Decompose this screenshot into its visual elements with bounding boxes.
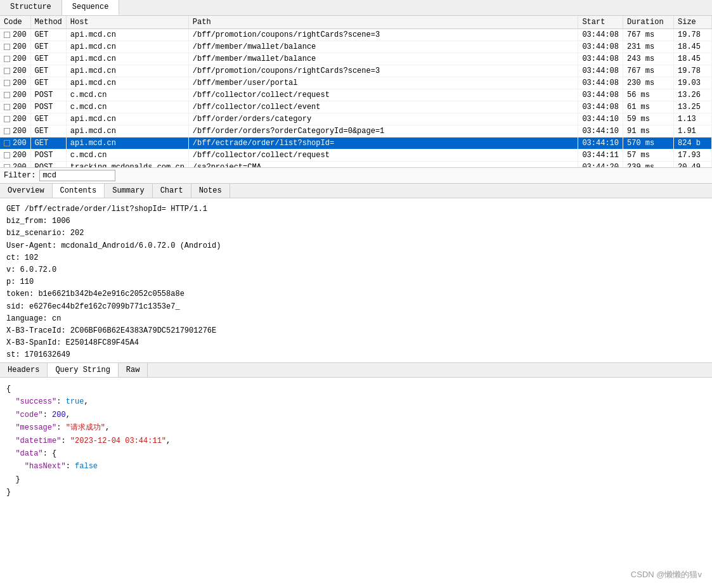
tab-structure[interactable]: Structure <box>0 0 62 15</box>
json-line-success: "success": true, <box>6 395 706 408</box>
table-row[interactable]: 200GETapi.mcd.cn/bff/promotion/coupons/r… <box>0 29 712 41</box>
network-table-container[interactable]: Code Method Host Path Start Duration Siz… <box>0 16 712 168</box>
table-row[interactable]: 200POSTc.mcd.cn/bff/collector/collect/ev… <box>0 101 712 113</box>
detail-panel: Overview Contents Summary Chart Notes GE… <box>0 184 712 583</box>
header-start: Start <box>578 16 623 29</box>
request-details: GET /bff/ectrade/order/list?shopId= HTTP… <box>0 198 712 363</box>
req-line-12: X-B3-SpanId: E250148FC89F45A4 <box>6 337 706 349</box>
json-line-bracket-open: { <box>6 383 706 395</box>
req-line-1: GET /bff/ectrade/order/list?shopId= HTTP… <box>6 203 706 215</box>
sub-tabs: Overview Contents Summary Chart Notes <box>0 184 712 198</box>
table-row[interactable]: 200GETapi.mcd.cn/bff/promotion/coupons/r… <box>0 65 712 77</box>
req-line-9: sid: e6276ec44b2fe162c7099b771c1353e7_ <box>6 301 706 313</box>
table-row[interactable]: 200POSTc.mcd.cn/bff/collector/collect/re… <box>0 150 712 162</box>
header-code: Code <box>0 16 30 29</box>
tab-sequence[interactable]: Sequence <box>62 0 120 15</box>
req-line-7: p: 110 <box>6 276 706 288</box>
table-row[interactable]: 200GETapi.mcd.cn/bff/order/orders/catego… <box>0 113 712 125</box>
json-line-message: "message": "请求成功", <box>6 421 706 434</box>
json-line-data-close: } <box>6 473 706 486</box>
req-line-3: biz_scenario: 202 <box>6 227 706 240</box>
req-line-10: language: cn <box>6 313 706 325</box>
tab-headers[interactable]: Headers <box>0 363 48 377</box>
req-line-2: biz_from: 1006 <box>6 215 706 227</box>
header-method: Method <box>30 16 66 29</box>
json-line-hasNext: "hasNext": false <box>6 460 706 473</box>
req-line-5: ct: 102 <box>6 252 706 264</box>
tab-overview[interactable]: Overview <box>0 184 53 198</box>
filter-label: Filter: <box>4 171 36 180</box>
filter-input[interactable] <box>39 170 115 181</box>
network-table: Code Method Host Path Start Duration Siz… <box>0 16 712 168</box>
header-path: Path <box>188 16 578 29</box>
json-line-data-open: "data": { <box>6 447 706 460</box>
json-line-code: "code": 200, <box>6 409 706 421</box>
table-row[interactable]: 200POSTc.mcd.cn/bff/collector/collect/re… <box>0 89 712 101</box>
header-host: Host <box>66 16 188 29</box>
req-line-6: v: 6.0.72.0 <box>6 264 706 276</box>
tab-notes[interactable]: Notes <box>191 184 230 198</box>
header-size: Size <box>674 16 712 29</box>
top-tabs: Structure Sequence <box>0 0 712 16</box>
table-row[interactable]: 200GETapi.mcd.cn/bff/ectrade/order/list?… <box>0 137 712 150</box>
response-panel[interactable]: { "success": true, "code": 200, "message… <box>0 378 712 583</box>
header-duration: Duration <box>623 16 674 29</box>
tab-contents[interactable]: Contents <box>53 184 105 198</box>
bottom-sub-tabs: Headers Query String Raw <box>0 363 712 378</box>
watermark: CSDN @懒懒的猫v <box>631 569 702 580</box>
req-line-4: User-Agent: mcdonald_Android/6.0.72.0 (A… <box>6 240 706 252</box>
req-line-11: X-B3-TraceId: 2C06BF06B62E4383A79DC52179… <box>6 325 706 337</box>
tab-raw[interactable]: Raw <box>119 363 148 377</box>
req-line-13: st: 1701632649 <box>6 349 706 361</box>
req-line-8: token: b1e6621b342b4e2e916c2052c0558a8e <box>6 288 706 300</box>
filter-bar: Filter: <box>0 168 712 184</box>
table-row[interactable]: 200GETapi.mcd.cn/bff/order/orders?orderC… <box>0 125 712 137</box>
json-line-datetime: "datetime": "2023-12-04 03:44:11", <box>6 435 706 447</box>
json-line-bracket-close: } <box>6 486 706 499</box>
table-row[interactable]: 200POSTtracking.mcdonalds.com.cn/sa?proj… <box>0 162 712 169</box>
tab-summary[interactable]: Summary <box>105 184 152 198</box>
table-row[interactable]: 200GETapi.mcd.cn/bff/member/user/portal0… <box>0 77 712 89</box>
tab-query-string[interactable]: Query String <box>48 363 118 377</box>
table-row[interactable]: 200GETapi.mcd.cn/bff/member/mwallet/bala… <box>0 41 712 53</box>
table-row[interactable]: 200GETapi.mcd.cn/bff/member/mwallet/bala… <box>0 53 712 65</box>
tab-chart[interactable]: Chart <box>153 184 191 198</box>
app-container: Structure Sequence Code Method Host Path… <box>0 0 712 583</box>
